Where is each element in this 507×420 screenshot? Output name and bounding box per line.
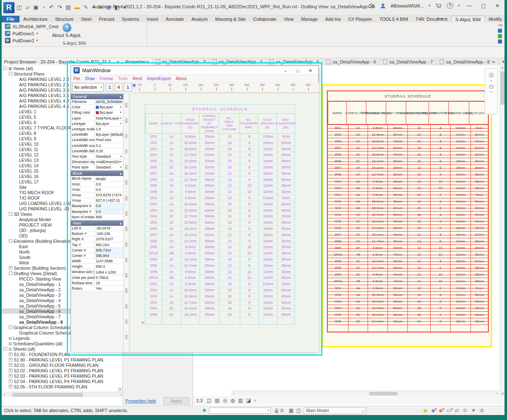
property-row[interactable]: Units per pixel 0.76811▾ — [71, 275, 123, 281]
property-row[interactable]: Center X 505.7314▾ — [71, 248, 123, 253]
about-s-algol-button[interactable]: ? About S-AlgoL — [51, 23, 83, 38]
tree-expander-icon[interactable]: + — [9, 266, 12, 270]
visual-style-icon[interactable]: ◫ — [207, 398, 211, 403]
tree-expander-icon[interactable]: - — [3, 66, 7, 70]
sync-icon[interactable]: ◔ — [42, 3, 46, 12]
property-row[interactable]: Color ByLayer▾ — [71, 105, 123, 110]
ruler-corner-icon[interactable]: ✕ — [132, 83, 136, 88]
scroll-right-icon[interactable]: › — [117, 392, 123, 398]
property-row[interactable]: Num of entities 805▾ — [71, 215, 123, 220]
tree-expander-icon[interactable]: - — [9, 212, 12, 216]
chevron-down-icon[interactable]: ∨ — [362, 408, 364, 415]
property-row[interactable]: Block Name Model▾ — [71, 176, 123, 181]
tree-expander-icon[interactable]: + — [9, 369, 12, 372]
reveal-hidden-icon[interactable]: ▥ — [238, 398, 243, 403]
ribbon-tab[interactable]: Massing & Site — [212, 16, 249, 22]
ribbon-tab[interactable]: C# Playpen — [345, 16, 376, 22]
zoom-one-button[interactable]: 1 — [106, 83, 113, 91]
app-store-cart-icon[interactable] — [435, 3, 442, 8]
tree-item[interactable]: + S1.90 - PARKING LEVEL P1 FRAMING PLAN — [2, 357, 122, 362]
viewbar-collapse-icon[interactable]: ‹ — [254, 398, 256, 403]
zoom-region-icon[interactable]: ⊡ — [489, 83, 494, 90]
steering-wheel-icon[interactable]: ◎ — [488, 71, 494, 78]
ribbon-tab[interactable]: Architecture — [20, 16, 51, 22]
zoom-four-button[interactable]: 4 — [115, 83, 122, 91]
mw-close-button[interactable]: ✕ — [304, 66, 317, 75]
tree-expander-icon[interactable]: + — [9, 352, 12, 356]
help-dropdown-icon[interactable]: ▾ — [458, 4, 460, 7]
drawing-vertical-scrollbar[interactable]: ∧ ∨ — [500, 66, 505, 396]
property-row[interactable]: Layer NoteTextLayer▾ — [71, 116, 123, 121]
menu-item[interactable]: Revit — [133, 76, 142, 81]
maximize-button[interactable]: ▢ — [479, 3, 488, 9]
tree-expander-icon[interactable]: + — [9, 379, 12, 383]
property-row[interactable]: Left X -68.0479▾ — [71, 226, 123, 231]
browser-horizontal-scrollbar[interactable]: ‹ › — [2, 392, 123, 397]
worksharing-display-icon[interactable]: ▦ — [289, 408, 293, 413]
property-row[interactable]: Linetype ByLayer▾ — [71, 121, 123, 127]
view-tab[interactable]: sa_DetailViewApp - 7 ✕ — [380, 58, 436, 66]
help-icon[interactable]: ? — [447, 2, 453, 9]
ribbon-tab[interactable]: Annotate — [162, 16, 188, 22]
tree-scroll-down-icon[interactable]: ∨ — [117, 387, 123, 392]
ribbon-tab[interactable]: Modify — [485, 16, 506, 22]
view-scale[interactable]: 1:3 — [196, 398, 202, 403]
project-browser-close-icon[interactable]: ✕ — [117, 60, 120, 64]
ribbon-tab[interactable]: Add-Ins — [322, 16, 345, 22]
tree-item[interactable]: + S2.05 - 5TH FLOOR FRAMING PLAN — [2, 384, 122, 389]
ribbon-tab[interactable]: Insert — [143, 16, 162, 22]
scroll-right-icon[interactable]: › — [495, 391, 500, 396]
property-row[interactable]: Redraw time, ms 16▾ — [71, 281, 123, 286]
property-row[interactable]: LineWidth ByLayer (default)▾ — [71, 132, 123, 137]
collapse-icon[interactable]: ▴ — [119, 94, 122, 99]
view-tab[interactable]: sa_DetailViewApp - 3 ✕ — [153, 58, 210, 66]
view-tab[interactable]: sa_DetailViewApp - 5 ✕ — [266, 58, 323, 66]
ribbon-tab[interactable]: Manage — [297, 16, 322, 22]
scroll-left-icon[interactable]: ‹ — [2, 392, 7, 398]
design-options-icon[interactable]: ◉× — [423, 408, 427, 413]
ribbon-tab[interactable]: TOOLS 4 BIM — [375, 16, 412, 22]
property-row[interactable]: Right X 1079.5107▾ — [71, 237, 123, 242]
resize-grip[interactable]: ◢ — [500, 391, 505, 396]
section-header-view[interactable]: View▴ — [71, 220, 123, 226]
user-avatar-icon[interactable] — [380, 3, 386, 9]
revit-logo-icon[interactable]: R — [3, 2, 15, 13]
tree-item[interactable]: + S2.02 - PARKING LEVEL P2 FRAMING PLAN — [2, 368, 122, 373]
tree-expander-icon[interactable]: + — [9, 374, 12, 378]
selection-dropdown[interactable]: No selection∨ — [72, 83, 104, 92]
tree-expander-icon[interactable]: + — [9, 385, 12, 388]
property-row[interactable]: Point style Standard▾ — [71, 165, 123, 170]
tab-close-icon[interactable]: ✕ — [492, 60, 495, 64]
ribbon-tab[interactable]: Collaborate — [249, 16, 280, 22]
chevron-down-icon[interactable]: ∨ — [100, 83, 102, 91]
mw-maximize-button[interactable]: □ — [292, 66, 304, 75]
menu-item[interactable]: File — [73, 76, 80, 81]
tree-expander-icon[interactable]: - — [9, 239, 12, 243]
crop-view-icon[interactable]: ▤ — [215, 398, 219, 403]
menu-item[interactable]: About — [176, 76, 187, 81]
menu-item[interactable]: Tools — [118, 76, 127, 81]
property-row[interactable]: Xmax 574.8375 (+574▾ — [71, 193, 123, 198]
ribbon-button-pulldown1[interactable]: ⇄ PullDown1▾ — [5, 31, 38, 36]
scroll-left-icon[interactable]: ‹ — [231, 391, 236, 396]
worksets-icon[interactable]: ◈× — [431, 408, 435, 413]
property-row[interactable]: Width 1147.5585▾ — [71, 259, 123, 264]
view-tab[interactable]: sa_DetailViewApp - 6 ✕ — [323, 58, 380, 66]
pin-icon[interactable]: ◆× — [439, 408, 443, 413]
close-button[interactable]: ✕ — [493, 3, 502, 9]
tree-item[interactable]: + S2.01 - GROUND FLOOR FRAMING PLAN — [2, 362, 122, 368]
collapse-icon[interactable]: ▴ — [119, 221, 122, 225]
user-dropdown-icon[interactable]: ▾ — [429, 4, 430, 7]
tree-expander-icon[interactable]: - — [3, 347, 7, 351]
tree-item[interactable]: + S2.03 - PARKING LEVEL P3 FRAMING PLAN — [2, 373, 122, 378]
search-binoculars-icon[interactable] — [368, 3, 375, 8]
menu-item[interactable]: Draw — [85, 76, 95, 81]
background-processes-icon[interactable]: ⇄× — [455, 408, 459, 413]
property-row[interactable]: Height 992.4▾ — [71, 264, 123, 269]
view-tab[interactable]: sa_DetailViewApp - 8 ✕ — [436, 58, 499, 66]
property-row[interactable]: Dimension style ArialDimen22A▾ — [71, 159, 123, 165]
ribbon-tab[interactable]: Precast — [95, 16, 118, 22]
wheel-dropdown-icon[interactable]: ▾ — [490, 79, 492, 83]
ribbon-tab[interactable]: Analyze — [188, 16, 211, 22]
apply-button[interactable]: Apply — [163, 397, 189, 405]
